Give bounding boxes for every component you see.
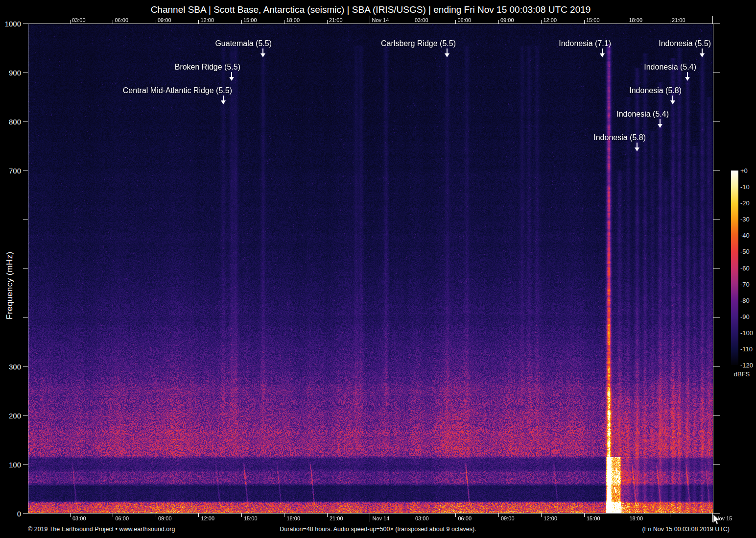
y-tick-label: 300: [0, 363, 21, 371]
x-tick-mark-bottom: [327, 514, 328, 517]
x-tick-label-top: 06:00: [457, 17, 471, 23]
x-tick-label-top: 15:00: [243, 17, 257, 23]
x-tick-label-bottom: Nov 14: [372, 515, 389, 521]
x-tick-mark-top: [541, 20, 542, 24]
x-tick-label-top: Nov 14: [372, 17, 389, 23]
x-tick-label-bottom: 03:00: [415, 515, 429, 521]
x-tick-label-bottom: 06:00: [458, 515, 472, 521]
x-tick-label-top: 06:00: [115, 17, 128, 23]
x-tick-mark-bottom: [70, 514, 71, 517]
y-tick-mark-right: [713, 122, 720, 122]
x-tick-mark-bottom: [284, 514, 284, 517]
y-tick-mark-left: [23, 24, 28, 24]
x-tick-mark-top: [370, 16, 370, 24]
y-tick-mark-left: [23, 514, 28, 514]
x-tick-label-top: 03:00: [72, 17, 86, 23]
x-tick-label-bottom: 15:00: [244, 515, 258, 521]
x-tick-label-bottom: 09:00: [158, 515, 172, 521]
colorbar-tick-label: -10: [740, 183, 750, 191]
x-tick-mark-bottom: [370, 514, 370, 522]
x-tick-mark-top: [70, 20, 71, 24]
y-tick-mark-right: [713, 269, 720, 269]
colorbar-tick-label: -60: [740, 264, 750, 271]
x-tick-mark-top: [327, 20, 328, 24]
x-tick-label-top: 12:00: [543, 17, 557, 23]
colorbar-tick-label: -80: [740, 296, 750, 304]
colorbar-tick-label: -100: [740, 329, 753, 336]
x-tick-label-bottom: 06:00: [115, 515, 129, 521]
footer-timestamp: (Fri Nov 15 00:03:08 2019 UTC): [642, 526, 730, 533]
colorbar-tick-label: -30: [740, 216, 750, 223]
x-tick-mark-top: [284, 20, 284, 24]
y-tick-mark-right: [713, 514, 720, 514]
x-tick-mark-top: [113, 20, 113, 24]
x-tick-label-bottom: 18:00: [286, 515, 300, 521]
x-tick-mark-bottom: [455, 514, 456, 517]
x-tick-label-top: 09:00: [500, 17, 514, 23]
colorbar-tick-label: -70: [740, 280, 750, 288]
x-tick-label-bottom: 12:00: [543, 515, 557, 521]
y-tick-mark-left: [23, 171, 28, 171]
y-tick-mark-right: [713, 465, 720, 465]
colorbar-tick-label: -90: [740, 313, 750, 320]
spectrogram-canvas: [28, 24, 713, 514]
y-axis-title: Frequency (mHz): [5, 221, 15, 319]
x-tick-mark-bottom: [541, 514, 542, 517]
y-tick-label: 700: [0, 167, 21, 175]
y-tick-mark-left: [23, 220, 28, 220]
x-tick-label-top: 18:00: [629, 17, 642, 23]
x-tick-label-top: 09:00: [158, 17, 171, 23]
x-tick-mark-bottom: [113, 514, 113, 517]
y-tick-mark-right: [713, 220, 720, 220]
y-tick-mark-right: [713, 416, 720, 416]
x-tick-mark-top: [627, 20, 627, 24]
y-tick-label: 0: [0, 510, 21, 518]
y-tick-label: 100: [0, 461, 21, 469]
x-tick-mark-top: [413, 20, 413, 24]
x-tick-mark-top: [498, 20, 499, 24]
y-tick-mark-left: [23, 269, 28, 269]
x-tick-mark-top: [198, 20, 199, 24]
colorbar-tick-label: -20: [740, 199, 750, 207]
page-title: Channel SBA | Scott Base, Antarctica (se…: [28, 4, 713, 15]
y-tick-label: 1000: [0, 20, 21, 28]
colorbar-tick-label: +0: [740, 167, 748, 174]
x-tick-label-bottom: 09:00: [501, 515, 515, 521]
colorbar-unit-label: dBFS: [731, 370, 753, 378]
x-tick-label-top: 21:00: [672, 17, 685, 23]
y-tick-mark-left: [23, 416, 28, 416]
x-tick-label-bottom: 15:00: [587, 515, 600, 521]
x-tick-mark-bottom: [156, 514, 156, 517]
x-tick-mark-bottom: [198, 514, 199, 517]
colorbar-tick-label: -40: [740, 232, 750, 239]
x-tick-label-bottom: 12:00: [201, 515, 214, 521]
colorbar-tick-label: -50: [740, 248, 750, 255]
mouse-cursor-icon: [713, 514, 720, 525]
x-tick-mark-top: [670, 20, 670, 24]
x-tick-label-top: 21:00: [329, 17, 343, 23]
y-tick-label: 800: [0, 118, 21, 126]
x-tick-label-bottom: 21:00: [330, 515, 343, 521]
y-tick-mark-left: [23, 73, 28, 73]
x-tick-mark-bottom: [498, 514, 499, 517]
x-tick-mark-bottom: [627, 514, 627, 517]
y-tick-mark-left: [23, 465, 28, 465]
x-tick-mark-bottom: [241, 514, 242, 517]
x-tick-label-top: 15:00: [586, 17, 600, 23]
y-tick-mark-right: [713, 171, 720, 171]
x-tick-mark-top: [241, 20, 242, 24]
x-tick-label-top: 12:00: [200, 17, 214, 23]
x-tick-mark-bottom: [413, 514, 413, 517]
x-tick-mark-top: [455, 20, 456, 24]
colorbar: [731, 171, 738, 365]
x-tick-label-bottom: 03:00: [72, 515, 86, 521]
y-tick-mark-left: [23, 318, 28, 318]
y-tick-label: 200: [0, 412, 21, 420]
colorbar-tick-label: -120: [740, 362, 753, 369]
y-tick-label: 900: [0, 69, 21, 77]
x-tick-label-bottom: 18:00: [629, 515, 643, 521]
x-tick-mark-bottom: [670, 514, 670, 517]
x-tick-label-top: 18:00: [286, 17, 300, 23]
y-tick-mark-right: [713, 24, 720, 24]
y-tick-mark-right: [713, 367, 720, 367]
